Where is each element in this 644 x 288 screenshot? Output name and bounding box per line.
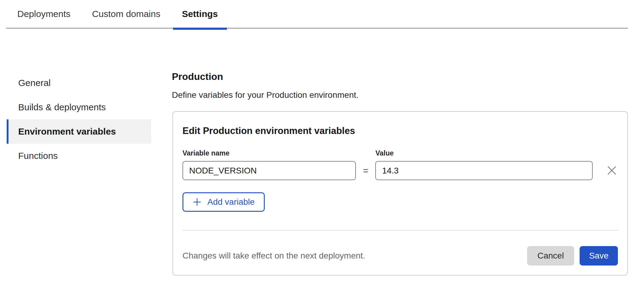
sidebar-item-label: Environment variables	[18, 126, 116, 137]
sidebar-item-environment-variables[interactable]: Environment variables	[7, 119, 151, 144]
sidebar-item-label: Builds & deployments	[18, 102, 106, 112]
active-tab-underline	[173, 28, 227, 30]
settings-nav: General Builds & deployments Environment…	[7, 71, 151, 168]
tab-label: Settings	[182, 9, 218, 19]
project-tab-bar: Deployments Custom domains Settings	[6, 0, 628, 29]
footer-actions: Cancel Save	[527, 246, 618, 266]
tab-settings[interactable]: Settings	[173, 0, 227, 28]
remove-variable-button[interactable]	[606, 165, 618, 177]
page-title: Production	[172, 72, 223, 81]
variable-name-input[interactable]	[182, 161, 356, 180]
card-footer: Changes will take effect on the next dep…	[182, 231, 618, 273]
sidebar-item-label: General	[18, 78, 51, 88]
variable-value-label: Value	[375, 149, 592, 157]
environment-variables-settings-page: Deployments Custom domains Settings Gene…	[0, 0, 644, 288]
sidebar-item-general[interactable]: General	[7, 71, 151, 95]
sidebar-item-functions[interactable]: Functions	[7, 144, 151, 168]
add-variable-label: Add variable	[207, 197, 255, 207]
card-heading: Edit Production environment variables	[182, 126, 618, 135]
add-variable-button[interactable]: Add variable	[182, 192, 265, 212]
tab-deployments[interactable]: Deployments	[9, 0, 79, 28]
save-button[interactable]: Save	[580, 246, 618, 266]
sidebar-item-label: Functions	[18, 151, 58, 161]
cancel-button[interactable]: Cancel	[527, 246, 574, 266]
x-icon	[606, 165, 618, 177]
sidebar-item-builds-deployments[interactable]: Builds & deployments	[7, 95, 151, 119]
tab-label: Custom domains	[92, 9, 160, 19]
variable-value-input[interactable]	[375, 161, 592, 180]
variable-name-label: Variable name	[182, 149, 356, 157]
page-subtitle: Define variables for your Production env…	[172, 91, 359, 99]
tab-label: Deployments	[17, 9, 70, 19]
variable-value-field: Value	[375, 149, 592, 180]
variable-name-field: Variable name	[182, 149, 356, 180]
deployment-note: Changes will take effect on the next dep…	[182, 251, 365, 261]
variable-row: Variable name = Value	[182, 149, 618, 180]
tab-custom-domains[interactable]: Custom domains	[83, 0, 169, 28]
environment-variables-card: Edit Production environment variables Va…	[172, 111, 628, 276]
equals-sign: =	[356, 161, 375, 180]
plus-icon	[193, 197, 202, 207]
